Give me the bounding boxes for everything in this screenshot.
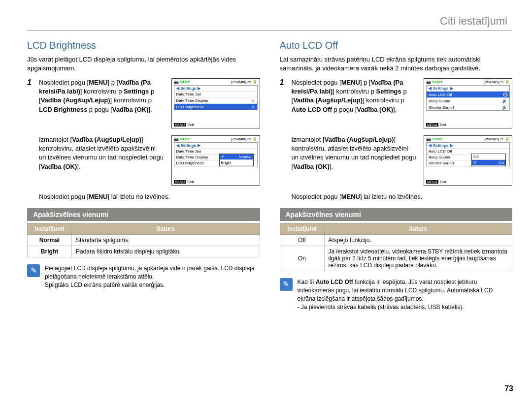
note-text-left: Pielāgojiet LCD displeja spilgtumu, ja a… (45, 264, 260, 289)
r-step2-number: 2 (280, 135, 287, 186)
submenu-header-right: Apakšizvēlnes vienumi (280, 208, 513, 221)
r-lcd-screenshot-2: 📷 STBY [254Min] ▭ 🔋 ◀Settings▶ Auto LCD … (424, 135, 512, 186)
step2-number: 2 (27, 135, 34, 186)
step3-text: Nospiediet pogu [MENU] lai izietu no izv… (39, 192, 260, 201)
r-step3-text: Nospiediet pogu [MENU] lai izietu no izv… (292, 192, 513, 201)
r-lcd-screenshot-1: 📷 STBY [254Min] ▭ 🔋 ◀Settings▶ Auto LCD … (424, 78, 512, 128)
heading-lcd-brightness: LCD Brightness (27, 40, 260, 51)
r-step2-text: Izmantojot [Vadība (Augšup/Lejup)] kontr… (292, 135, 419, 186)
intro-right: Lai samazinātu strāvas patēriņu LCD ekrā… (280, 55, 513, 72)
r-step1-text: Nospiediet pogu [MENU] p [Vadība (Pa kre… (292, 78, 419, 128)
r-step3-number: 3 (280, 192, 287, 201)
note-icon: ✎ (280, 278, 293, 291)
r-step1-number: 1 (280, 78, 287, 128)
step2-text: Izmantojot [Vadība (Augšup/Lejup)] kontr… (39, 135, 166, 186)
step3-number: 3 (27, 192, 34, 201)
options-table-right: IestatījumiSaturs OffAtspējo funkciju. O… (280, 223, 513, 271)
note-icon: ✎ (27, 264, 40, 277)
lcd-screenshot-2: 📷 STBY [254Min] ▭ 🔋 ◀Settings▶ Date/Time… (171, 135, 260, 186)
note-text-right: Kad šī Auto LCD Off funkcija ir iespējot… (298, 278, 513, 311)
options-table-left: IestatījumiSaturs NormalStandarta spilgt… (27, 223, 260, 257)
page-number: 73 (504, 384, 513, 393)
submenu-header-left: Apakšizvēlnes vienumi (27, 208, 260, 221)
left-column: LCD Brightness Jūs varat pielāgot LCD di… (27, 40, 260, 311)
intro-left: Jūs varat pielāgot LCD displeja spilgtum… (27, 55, 260, 72)
step1-text: Nospiediet pogu [MENU] p [Vadība (Pa kre… (39, 78, 166, 128)
step1-number: 1 (27, 78, 34, 128)
page-header: Citi iestatījumi (27, 15, 512, 31)
lcd-screenshot-1: 📷 STBY [254Min] ▭ 🔋 ◀Settings▶ Date/Time… (171, 78, 260, 128)
right-column: Auto LCD Off Lai samazinātu strāvas patē… (280, 40, 513, 311)
heading-auto-lcd-off: Auto LCD Off (280, 40, 513, 51)
